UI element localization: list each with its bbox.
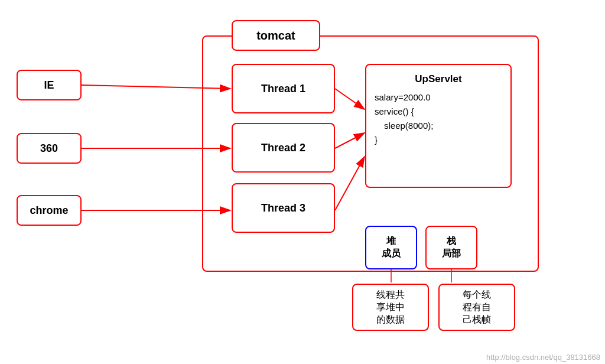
caption1-box: 线程共 享堆中 的数据 xyxy=(352,284,429,331)
360-label: 360 xyxy=(40,142,58,155)
tomcat-label: tomcat xyxy=(232,20,320,51)
tomcat-text: tomcat xyxy=(256,29,295,43)
upservlet-line2: service() { xyxy=(375,105,502,119)
caption2-text: 每个线 程有自 己栈帧 xyxy=(463,289,491,326)
stack-box: 栈 局部 xyxy=(425,226,477,269)
upservlet-title: UpServlet xyxy=(375,71,502,87)
browser-chrome: chrome xyxy=(17,195,82,226)
thread1-label: Thread 1 xyxy=(261,83,305,95)
browser-360: 360 xyxy=(17,133,82,164)
thread2-box: Thread 2 xyxy=(232,123,335,173)
upservlet-box: UpServlet salary=2000.0 service() { slee… xyxy=(365,64,512,188)
upservlet-line3: sleep(8000); xyxy=(375,119,502,133)
heap-box: 堆 成员 xyxy=(365,226,417,269)
chrome-label: chrome xyxy=(30,204,68,217)
ie-label: IE xyxy=(44,79,54,92)
stack-label: 栈 局部 xyxy=(442,235,461,260)
caption2-box: 每个线 程有自 己栈帧 xyxy=(438,284,515,331)
upservlet-line1: salary=2000.0 xyxy=(375,90,502,105)
watermark-text: http://blog.csdn.net/qq_38131668 xyxy=(486,353,600,362)
upservlet-line4: } xyxy=(375,133,502,147)
thread2-label: Thread 2 xyxy=(261,142,305,154)
caption1-text: 线程共 享堆中 的数据 xyxy=(376,289,405,326)
diagram: tomcat IE 360 chrome Thread 1 Thread 2 T… xyxy=(0,0,605,364)
thread1-box: Thread 1 xyxy=(232,64,335,113)
heap-label: 堆 成员 xyxy=(382,235,401,260)
thread3-box: Thread 3 xyxy=(232,183,335,233)
watermark: http://blog.csdn.net/qq_38131668 xyxy=(486,353,600,362)
browser-ie: IE xyxy=(17,70,82,100)
thread3-label: Thread 3 xyxy=(261,202,305,214)
